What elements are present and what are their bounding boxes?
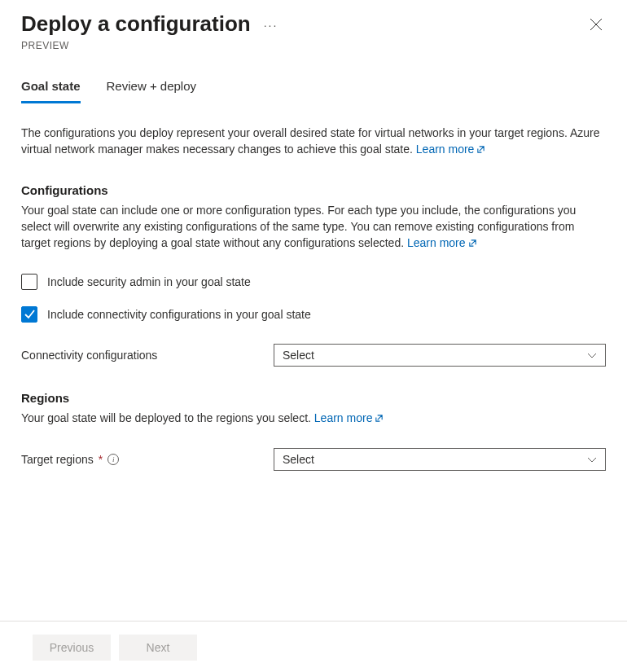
tab-goal-state[interactable]: Goal state [21, 79, 81, 103]
close-icon [590, 18, 603, 31]
chevron-down-icon [587, 455, 597, 464]
required-asterisk: * [99, 453, 103, 466]
include-security-label: Include security admin in your goal stat… [47, 275, 251, 288]
configurations-link-label: Learn more [407, 236, 466, 249]
target-regions-placeholder: Select [283, 453, 314, 466]
target-regions-label: Target regions * i [21, 453, 274, 466]
info-icon[interactable]: i [107, 454, 119, 465]
more-icon[interactable]: ··· [264, 18, 278, 31]
regions-desc: Your goal state will be deployed to the … [21, 410, 606, 427]
intro-text: The configurations you deploy represent … [21, 125, 606, 159]
configurations-title: Configurations [21, 183, 606, 197]
include-connectivity-checkbox[interactable] [21, 306, 37, 323]
intro-learn-more-link[interactable]: Learn more [416, 143, 486, 156]
previous-button[interactable]: Previous [33, 635, 111, 661]
external-link-icon [468, 235, 477, 252]
regions-title: Regions [21, 391, 606, 405]
page-title: Deploy a configuration [21, 11, 251, 37]
footer: Previous Next [0, 621, 627, 672]
checkmark-icon [24, 309, 35, 319]
regions-desc-text: Your goal state will be deployed to the … [21, 411, 311, 424]
next-button[interactable]: Next [119, 635, 197, 661]
intro-body: The configurations you deploy represent … [21, 126, 599, 156]
regions-link-label: Learn more [314, 411, 373, 424]
external-link-icon [476, 142, 485, 158]
intro-link-label: Learn more [416, 143, 475, 156]
connectivity-config-select[interactable]: Select [274, 344, 606, 367]
target-regions-label-text: Target regions [21, 453, 94, 466]
regions-learn-more-link[interactable]: Learn more [314, 411, 384, 424]
include-connectivity-label: Include connectivity configurations in y… [47, 308, 311, 321]
preview-badge: PREVIEW [21, 40, 278, 51]
close-button[interactable] [586, 15, 606, 37]
tabs: Goal state Review + deploy [21, 79, 606, 103]
tab-review-deploy[interactable]: Review + deploy [107, 79, 196, 103]
external-link-icon [375, 411, 384, 427]
configurations-desc-text: Your goal state can include one or more … [21, 204, 576, 250]
configurations-desc: Your goal state can include one or more … [21, 202, 606, 253]
panel-header: Deploy a configuration ··· PREVIEW [21, 11, 606, 51]
target-regions-select[interactable]: Select [274, 448, 606, 471]
connectivity-config-label: Connectivity configurations [21, 349, 274, 362]
connectivity-select-placeholder: Select [283, 349, 314, 362]
include-security-checkbox[interactable] [21, 274, 37, 290]
configurations-learn-more-link[interactable]: Learn more [407, 236, 477, 249]
chevron-down-icon [587, 350, 597, 360]
